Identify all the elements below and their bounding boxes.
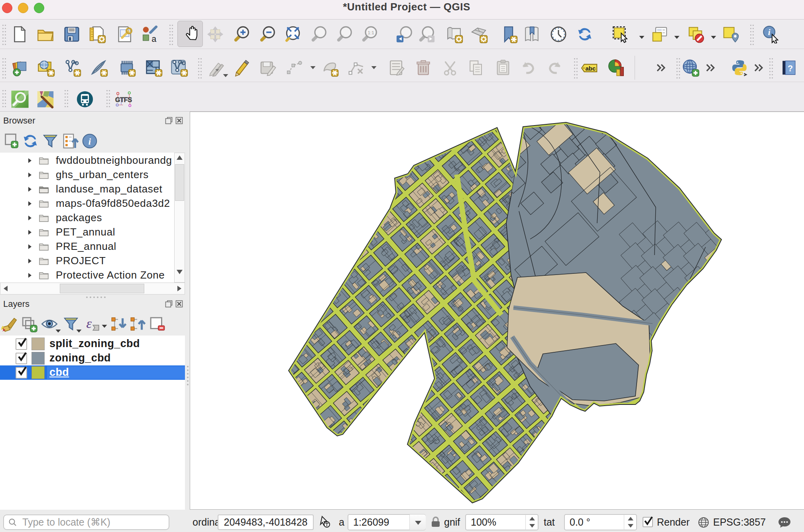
svg-text:abc: abc xyxy=(585,65,596,72)
svg-text:1:1: 1:1 xyxy=(368,30,374,35)
svg-text:GTFS: GTFS xyxy=(115,96,132,103)
svg-text:i: i xyxy=(768,27,771,37)
svg-text:ε: ε xyxy=(86,316,92,331)
svg-text:?: ? xyxy=(788,63,793,73)
svg-text:i: i xyxy=(88,137,91,147)
svg-text:a: a xyxy=(151,34,156,43)
